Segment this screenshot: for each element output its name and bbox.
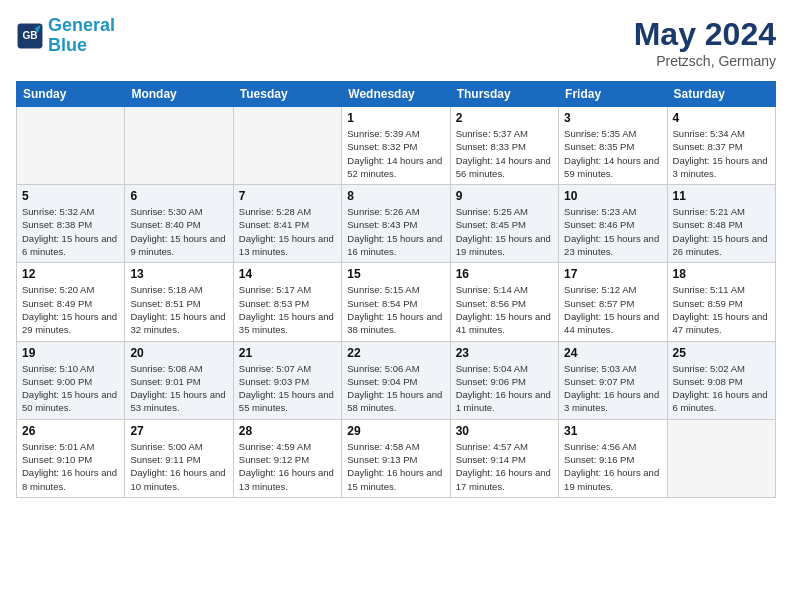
day-number: 1: [347, 111, 444, 125]
calendar-cell: 31Sunrise: 4:56 AMSunset: 9:16 PMDayligh…: [559, 419, 667, 497]
day-info: Sunrise: 5:18 AMSunset: 8:51 PMDaylight:…: [130, 283, 227, 336]
day-info: Sunrise: 5:35 AMSunset: 8:35 PMDaylight:…: [564, 127, 661, 180]
calendar-cell: [667, 419, 775, 497]
day-number: 27: [130, 424, 227, 438]
day-number: 23: [456, 346, 553, 360]
svg-text:GB: GB: [22, 30, 37, 41]
day-number: 9: [456, 189, 553, 203]
day-number: 24: [564, 346, 661, 360]
day-info: Sunrise: 5:37 AMSunset: 8:33 PMDaylight:…: [456, 127, 553, 180]
day-number: 20: [130, 346, 227, 360]
calendar-week-row: 19Sunrise: 5:10 AMSunset: 9:00 PMDayligh…: [17, 341, 776, 419]
day-info: Sunrise: 5:02 AMSunset: 9:08 PMDaylight:…: [673, 362, 770, 415]
calendar-week-row: 5Sunrise: 5:32 AMSunset: 8:38 PMDaylight…: [17, 185, 776, 263]
calendar-cell: 25Sunrise: 5:02 AMSunset: 9:08 PMDayligh…: [667, 341, 775, 419]
day-number: 30: [456, 424, 553, 438]
day-info: Sunrise: 5:01 AMSunset: 9:10 PMDaylight:…: [22, 440, 119, 493]
weekday-header-friday: Friday: [559, 82, 667, 107]
calendar-cell: 5Sunrise: 5:32 AMSunset: 8:38 PMDaylight…: [17, 185, 125, 263]
calendar-cell: 16Sunrise: 5:14 AMSunset: 8:56 PMDayligh…: [450, 263, 558, 341]
calendar-cell: 20Sunrise: 5:08 AMSunset: 9:01 PMDayligh…: [125, 341, 233, 419]
calendar-cell: 11Sunrise: 5:21 AMSunset: 8:48 PMDayligh…: [667, 185, 775, 263]
calendar-cell: 19Sunrise: 5:10 AMSunset: 9:00 PMDayligh…: [17, 341, 125, 419]
day-number: 10: [564, 189, 661, 203]
day-info: Sunrise: 5:25 AMSunset: 8:45 PMDaylight:…: [456, 205, 553, 258]
calendar-cell: 10Sunrise: 5:23 AMSunset: 8:46 PMDayligh…: [559, 185, 667, 263]
weekday-header-wednesday: Wednesday: [342, 82, 450, 107]
day-info: Sunrise: 5:14 AMSunset: 8:56 PMDaylight:…: [456, 283, 553, 336]
day-number: 4: [673, 111, 770, 125]
day-info: Sunrise: 5:10 AMSunset: 9:00 PMDaylight:…: [22, 362, 119, 415]
calendar-cell: 14Sunrise: 5:17 AMSunset: 8:53 PMDayligh…: [233, 263, 341, 341]
calendar-cell: 7Sunrise: 5:28 AMSunset: 8:41 PMDaylight…: [233, 185, 341, 263]
calendar-cell: 17Sunrise: 5:12 AMSunset: 8:57 PMDayligh…: [559, 263, 667, 341]
day-info: Sunrise: 5:39 AMSunset: 8:32 PMDaylight:…: [347, 127, 444, 180]
calendar-table: SundayMondayTuesdayWednesdayThursdayFrid…: [16, 81, 776, 498]
day-info: Sunrise: 5:34 AMSunset: 8:37 PMDaylight:…: [673, 127, 770, 180]
day-number: 18: [673, 267, 770, 281]
calendar-week-row: 12Sunrise: 5:20 AMSunset: 8:49 PMDayligh…: [17, 263, 776, 341]
weekday-header-tuesday: Tuesday: [233, 82, 341, 107]
calendar-cell: 22Sunrise: 5:06 AMSunset: 9:04 PMDayligh…: [342, 341, 450, 419]
calendar-cell: 13Sunrise: 5:18 AMSunset: 8:51 PMDayligh…: [125, 263, 233, 341]
day-number: 3: [564, 111, 661, 125]
day-info: Sunrise: 5:26 AMSunset: 8:43 PMDaylight:…: [347, 205, 444, 258]
calendar-cell: 30Sunrise: 4:57 AMSunset: 9:14 PMDayligh…: [450, 419, 558, 497]
weekday-header-sunday: Sunday: [17, 82, 125, 107]
calendar-cell: 21Sunrise: 5:07 AMSunset: 9:03 PMDayligh…: [233, 341, 341, 419]
weekday-header-thursday: Thursday: [450, 82, 558, 107]
day-number: 16: [456, 267, 553, 281]
day-info: Sunrise: 5:30 AMSunset: 8:40 PMDaylight:…: [130, 205, 227, 258]
calendar-cell: 23Sunrise: 5:04 AMSunset: 9:06 PMDayligh…: [450, 341, 558, 419]
calendar-cell: 6Sunrise: 5:30 AMSunset: 8:40 PMDaylight…: [125, 185, 233, 263]
calendar-cell: 24Sunrise: 5:03 AMSunset: 9:07 PMDayligh…: [559, 341, 667, 419]
calendar-cell: 3Sunrise: 5:35 AMSunset: 8:35 PMDaylight…: [559, 107, 667, 185]
day-number: 17: [564, 267, 661, 281]
day-info: Sunrise: 5:20 AMSunset: 8:49 PMDaylight:…: [22, 283, 119, 336]
title-block: May 2024 Pretzsch, Germany: [634, 16, 776, 69]
day-number: 12: [22, 267, 119, 281]
day-number: 13: [130, 267, 227, 281]
day-info: Sunrise: 4:59 AMSunset: 9:12 PMDaylight:…: [239, 440, 336, 493]
day-number: 29: [347, 424, 444, 438]
calendar-cell: 1Sunrise: 5:39 AMSunset: 8:32 PMDaylight…: [342, 107, 450, 185]
day-info: Sunrise: 5:06 AMSunset: 9:04 PMDaylight:…: [347, 362, 444, 415]
calendar-cell: 4Sunrise: 5:34 AMSunset: 8:37 PMDaylight…: [667, 107, 775, 185]
calendar-cell: [125, 107, 233, 185]
day-number: 22: [347, 346, 444, 360]
logo: GB GeneralBlue: [16, 16, 115, 56]
day-info: Sunrise: 5:00 AMSunset: 9:11 PMDaylight:…: [130, 440, 227, 493]
day-number: 2: [456, 111, 553, 125]
calendar-cell: [233, 107, 341, 185]
logo-icon: GB: [16, 22, 44, 50]
day-number: 31: [564, 424, 661, 438]
day-info: Sunrise: 4:57 AMSunset: 9:14 PMDaylight:…: [456, 440, 553, 493]
calendar-week-row: 1Sunrise: 5:39 AMSunset: 8:32 PMDaylight…: [17, 107, 776, 185]
day-number: 8: [347, 189, 444, 203]
calendar-cell: 2Sunrise: 5:37 AMSunset: 8:33 PMDaylight…: [450, 107, 558, 185]
calendar-cell: 8Sunrise: 5:26 AMSunset: 8:43 PMDaylight…: [342, 185, 450, 263]
day-info: Sunrise: 5:11 AMSunset: 8:59 PMDaylight:…: [673, 283, 770, 336]
day-info: Sunrise: 5:32 AMSunset: 8:38 PMDaylight:…: [22, 205, 119, 258]
day-number: 25: [673, 346, 770, 360]
calendar-cell: 28Sunrise: 4:59 AMSunset: 9:12 PMDayligh…: [233, 419, 341, 497]
calendar-cell: 9Sunrise: 5:25 AMSunset: 8:45 PMDaylight…: [450, 185, 558, 263]
page-header: GB GeneralBlue May 2024 Pretzsch, German…: [16, 16, 776, 69]
calendar-cell: 15Sunrise: 5:15 AMSunset: 8:54 PMDayligh…: [342, 263, 450, 341]
day-info: Sunrise: 4:56 AMSunset: 9:16 PMDaylight:…: [564, 440, 661, 493]
calendar-cell: 29Sunrise: 4:58 AMSunset: 9:13 PMDayligh…: [342, 419, 450, 497]
day-number: 14: [239, 267, 336, 281]
calendar-week-row: 26Sunrise: 5:01 AMSunset: 9:10 PMDayligh…: [17, 419, 776, 497]
day-number: 26: [22, 424, 119, 438]
calendar-cell: 26Sunrise: 5:01 AMSunset: 9:10 PMDayligh…: [17, 419, 125, 497]
day-info: Sunrise: 5:08 AMSunset: 9:01 PMDaylight:…: [130, 362, 227, 415]
day-info: Sunrise: 5:23 AMSunset: 8:46 PMDaylight:…: [564, 205, 661, 258]
calendar-cell: 12Sunrise: 5:20 AMSunset: 8:49 PMDayligh…: [17, 263, 125, 341]
weekday-header-saturday: Saturday: [667, 82, 775, 107]
calendar-cell: [17, 107, 125, 185]
day-number: 11: [673, 189, 770, 203]
day-number: 7: [239, 189, 336, 203]
day-info: Sunrise: 5:17 AMSunset: 8:53 PMDaylight:…: [239, 283, 336, 336]
day-number: 6: [130, 189, 227, 203]
day-number: 19: [22, 346, 119, 360]
